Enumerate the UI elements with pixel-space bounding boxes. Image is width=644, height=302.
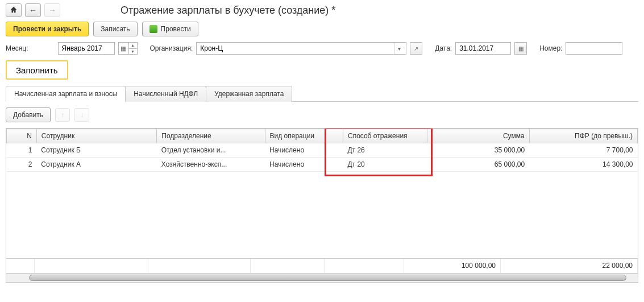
month-label: Месяц: [6,44,28,52]
fill-button[interactable]: Заполнить [6,60,68,80]
col-dept[interactable]: Подразделение [157,129,265,143]
date-label: Дата: [435,44,452,52]
tabs: Начисленная зарплата и взносы Начисленны… [6,85,638,102]
calendar-icon[interactable]: ▦ [119,43,129,54]
cell-op: Начислено [265,158,343,172]
cell-sum: 65 000,00 [427,158,529,172]
arrow-left-icon: ← [29,6,37,15]
cell-ref: Дт 26 [343,143,427,158]
cell-pfr: 7 700,00 [529,143,637,158]
cell-dept: Хозяйственно-эксп... [157,158,265,172]
add-row-button[interactable]: Добавить [6,107,51,122]
home-button[interactable] [6,3,22,17]
forward-button: → [44,3,60,17]
grid-header-row: N Сотрудник Подразделение Вид операции С… [7,129,638,143]
col-sum[interactable]: Сумма [427,129,529,143]
process-icon [149,25,157,33]
home-icon [10,6,18,15]
total-pfr: 22 000,00 [501,259,638,273]
move-down-button: ↓ [74,108,89,122]
process-and-close-button[interactable]: Провести и закрыть [6,22,89,36]
cell-employee: Сотрудник А [36,158,156,172]
org-input[interactable] [199,44,394,53]
dropdown-icon[interactable]: ▾ [394,43,404,54]
calendar-icon: ▦ [518,45,523,52]
number-input[interactable] [568,44,620,53]
total-sum: 100 000,00 [404,259,501,273]
cell-pfr: 14 300,00 [529,158,637,172]
arrow-right-icon: → [48,6,56,15]
toolbar: Провести и закрыть Записать Провести [6,22,638,36]
cell-n: 1 [7,143,37,158]
process-button[interactable]: Провести [142,22,198,36]
spin-down-icon[interactable]: ▼ [129,49,137,55]
date-calendar-button[interactable]: ▦ [514,42,527,55]
col-op[interactable]: Вид операции [265,129,343,143]
number-field[interactable] [566,42,622,55]
col-employee[interactable]: Сотрудник [36,129,156,143]
spin-up-icon[interactable]: ▲ [129,43,137,49]
org-label: Организация: [150,44,193,52]
cell-n: 2 [7,158,37,172]
form-row: Месяц: ▦ ▲ ▼ Организация: ▾ ↗ Дата: ▦ Но… [6,42,638,55]
date-field[interactable] [455,42,511,55]
cell-sum: 35 000,00 [427,143,529,158]
tab-accrued-salary[interactable]: Начисленная зарплата и взносы [6,86,126,102]
org-field[interactable]: ▾ [196,42,406,55]
move-up-button: ↑ [55,108,70,122]
col-ref[interactable]: Способ отражения [343,129,427,143]
month-field[interactable] [58,42,115,55]
cell-employee: Сотрудник Б [36,143,156,158]
horizontal-scrollbar[interactable] [6,274,638,283]
cell-op: Начислено [265,143,343,158]
date-input[interactable] [458,44,508,53]
table-row[interactable]: 2Сотрудник АХозяйственно-эксп...Начислен… [7,158,638,172]
save-button[interactable]: Записать [93,22,137,36]
grid: N Сотрудник Подразделение Вид операции С… [6,128,638,259]
tab-withheld[interactable]: Удержанная зарплата [206,86,292,102]
month-input[interactable] [61,44,112,53]
col-pfr[interactable]: ПФР (до превыш.) [529,129,637,143]
table-row[interactable]: 1Сотрудник БОтдел установки и...Начислен… [7,143,638,158]
col-n[interactable]: N [7,129,37,143]
tab-ndfl[interactable]: Начисленный НДФЛ [125,86,206,102]
grid-toolbar: Добавить ↑ ↓ [6,107,638,122]
back-button[interactable]: ← [25,3,41,17]
month-spinner[interactable]: ▦ ▲ ▼ [118,42,138,55]
scrollbar-thumb[interactable] [29,275,626,281]
org-open-button[interactable]: ↗ [410,42,422,55]
cell-ref: Дт 20 [343,158,427,172]
arrow-up-icon: ↑ [61,111,64,119]
page-title: Отражение зарплаты в бухучете (создание)… [121,5,335,16]
number-label: Номер: [539,44,562,52]
nav-row: ← → Отражение зарплаты в бухучете (созда… [6,3,638,17]
open-external-icon: ↗ [414,45,418,52]
process-label: Провести [161,25,191,33]
totals-row: 100 000,00 22 000,00 [6,259,638,274]
arrow-down-icon: ↓ [80,111,84,119]
cell-dept: Отдел установки и... [157,143,265,158]
